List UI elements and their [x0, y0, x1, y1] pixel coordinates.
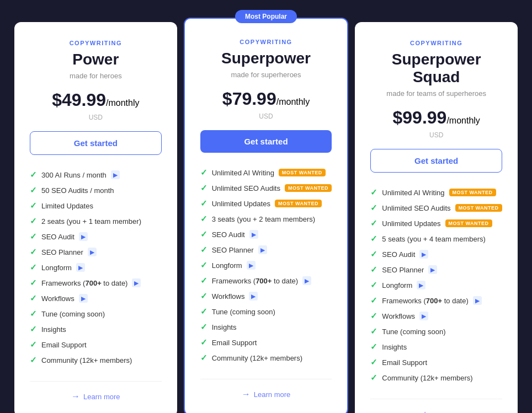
feature-text: Community (12k+ members) — [382, 374, 472, 382]
price: $79.99 — [222, 89, 276, 109]
feature-item: ✓Limited Updates — [30, 198, 162, 213]
check-icon: ✓ — [370, 373, 377, 383]
price-block: $99.99/monthly — [370, 108, 502, 128]
learn-more-arrow-icon: → — [242, 389, 251, 399]
feature-item: ✓Unlimited AI WritingMOST WANTED — [370, 185, 502, 200]
plan-name: Power — [30, 51, 162, 68]
check-icon: ✓ — [30, 278, 37, 288]
check-icon: ✓ — [200, 245, 208, 255]
plan-tagline: made for teams of superheroes — [370, 89, 502, 98]
feature-text: Longform — [212, 261, 242, 270]
check-icon: ✓ — [30, 185, 37, 195]
feature-text: Tune (coming soon) — [382, 328, 445, 336]
features-list: ✓Unlimited AI WritingMOST WANTED ✓Unlimi… — [200, 165, 332, 366]
feature-text: Workflows — [382, 312, 415, 320]
feature-item: ✓Longform▶ — [30, 260, 162, 275]
check-icon: ✓ — [200, 291, 208, 301]
features-list: ✓Unlimited AI WritingMOST WANTED ✓Unlimi… — [370, 185, 502, 385]
feature-text: Longform — [382, 281, 412, 289]
learn-more-label: Learn more — [424, 410, 460, 414]
get-started-button[interactable]: Get started — [30, 131, 162, 155]
info-icon[interactable]: ▶ — [419, 250, 428, 259]
check-icon: ✓ — [30, 340, 37, 350]
plan-tagline: made for heroes — [30, 72, 162, 80]
check-icon: ✓ — [30, 232, 37, 242]
category-label: COPYWRITING — [30, 40, 162, 46]
feature-item: ✓Community (12k+ members) — [370, 370, 502, 385]
check-icon: ✓ — [30, 247, 37, 257]
info-icon[interactable]: ▶ — [419, 312, 428, 320]
feature-text: Workflows — [41, 294, 75, 303]
currency: USD — [30, 114, 162, 121]
plan-name: Superpower — [200, 50, 332, 67]
info-icon[interactable]: ▶ — [79, 294, 88, 303]
feature-text: SEO Audit — [382, 250, 415, 259]
info-icon[interactable]: ▶ — [111, 170, 120, 179]
feature-item: ✓Tune (coming soon) — [370, 324, 502, 339]
most-wanted-badge: MOST WANTED — [445, 219, 492, 227]
info-icon[interactable]: ▶ — [417, 281, 425, 289]
info-icon[interactable]: ▶ — [88, 248, 97, 256]
feature-text: Frameworks (700+ to date) — [41, 279, 127, 287]
check-icon: ✓ — [30, 170, 37, 180]
check-icon: ✓ — [30, 262, 37, 272]
info-icon[interactable]: ▶ — [302, 276, 311, 285]
currency: USD — [370, 131, 502, 139]
check-icon: ✓ — [200, 353, 208, 363]
feature-item: ✓Longform▶ — [370, 277, 502, 293]
check-icon: ✓ — [30, 293, 37, 303]
info-icon[interactable]: ▶ — [132, 278, 141, 287]
check-icon: ✓ — [200, 199, 208, 208]
feature-item: ✓Frameworks (700+ to date)▶ — [370, 293, 502, 308]
feature-text: Email Support — [212, 339, 257, 347]
feature-text: Limited Updates — [41, 202, 93, 210]
get-started-button[interactable]: Get started — [370, 149, 502, 173]
plan-card-superpower: Most PopularCOPYWRITINGSuperpowermade fo… — [184, 18, 349, 413]
feature-item: ✓5 seats (you + 4 team members) — [370, 231, 502, 246]
info-icon[interactable]: ▶ — [247, 261, 256, 270]
price-block: $79.99/monthly — [200, 89, 332, 109]
feature-item: ✓2 seats (you + 1 team member) — [30, 213, 162, 229]
feature-text: Frameworks (700+ to date) — [382, 297, 468, 305]
get-started-button[interactable]: Get started — [200, 130, 332, 153]
feature-text: Insights — [41, 325, 66, 334]
learn-more-label: Learn more — [83, 393, 120, 401]
feature-item: ✓Community (12k+ members) — [30, 352, 162, 368]
feature-item: ✓Unlimited AI WritingMOST WANTED — [200, 165, 332, 180]
learn-more-link[interactable]: → Learn more — [30, 381, 162, 401]
category-label: COPYWRITING — [370, 40, 502, 46]
feature-item: ✓Email Support — [200, 335, 332, 350]
feature-text: Unlimited AI Writing — [212, 169, 274, 177]
feature-item: ✓Workflows▶ — [30, 291, 162, 306]
info-icon[interactable]: ▶ — [249, 230, 258, 239]
feature-item: ✓Tune (coming soon) — [200, 304, 332, 319]
feature-item: ✓SEO Planner▶ — [370, 262, 502, 277]
info-icon[interactable]: ▶ — [76, 263, 85, 272]
feature-text: Frameworks (700+ to date) — [212, 277, 298, 285]
feature-text: Unlimited Updates — [212, 200, 270, 208]
info-icon[interactable]: ▶ — [258, 245, 267, 254]
most-wanted-badge: MOST WANTED — [279, 169, 326, 176]
feature-item: ✓Unlimited UpdatesMOST WANTED — [200, 196, 332, 211]
check-icon: ✓ — [370, 234, 377, 244]
feature-item: ✓SEO Audit▶ — [200, 227, 332, 242]
learn-more-link[interactable]: → Learn more — [200, 379, 332, 399]
feature-text: SEO Audit — [41, 233, 75, 241]
info-icon[interactable]: ▶ — [79, 232, 88, 241]
check-icon: ✓ — [200, 276, 208, 286]
feature-text: Workflows — [212, 292, 245, 301]
info-icon[interactable]: ▶ — [249, 292, 258, 301]
feature-text: Community (12k+ members) — [212, 354, 302, 362]
feature-text: Unlimited AI Writing — [382, 189, 444, 197]
feature-text: 50 SEO Audits / month — [41, 186, 114, 195]
learn-more-link[interactable]: → Learn more — [370, 399, 502, 413]
check-icon: ✓ — [370, 357, 377, 367]
most-wanted-badge: MOST WANTED — [455, 204, 502, 212]
check-icon: ✓ — [200, 337, 208, 347]
feature-text: SEO Planner — [212, 246, 254, 254]
info-icon[interactable]: ▶ — [473, 296, 482, 305]
info-icon[interactable]: ▶ — [428, 265, 437, 274]
feature-item: ✓Community (12k+ members) — [200, 350, 332, 366]
check-icon: ✓ — [200, 260, 208, 270]
feature-item: ✓Tune (coming soon) — [30, 306, 162, 321]
